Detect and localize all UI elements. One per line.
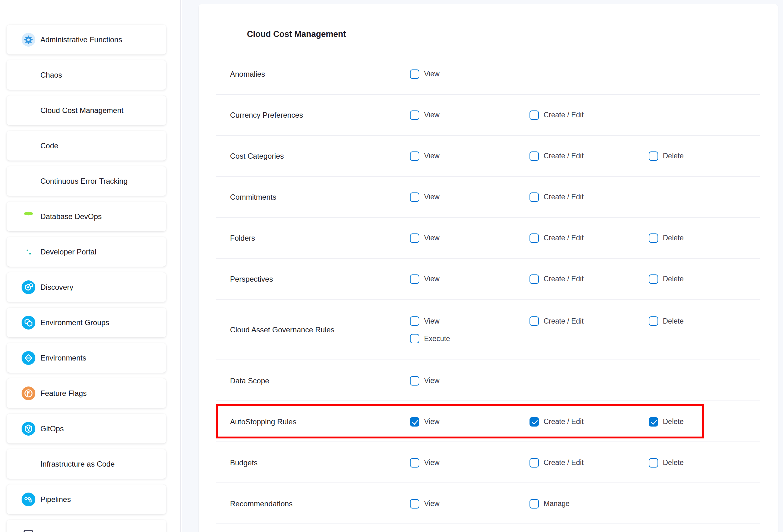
permissions-table: Anomalies View Currency Preferences View… xyxy=(199,54,778,524)
sidebar-item-chaos[interactable]: Chaos xyxy=(7,60,166,90)
panel-header: Cloud Cost Management xyxy=(199,4,778,54)
create-edit-checkbox[interactable] xyxy=(530,417,539,427)
permission-label: Delete xyxy=(663,234,684,242)
cloud-dollar-icon xyxy=(22,103,35,117)
view-checkbox[interactable] xyxy=(410,376,419,385)
delete-checkbox[interactable] xyxy=(649,152,658,161)
permission-cell: Delete xyxy=(649,152,778,161)
permission-cell: Delete xyxy=(649,316,778,326)
delete-checkbox[interactable] xyxy=(649,417,658,427)
permission-label: View xyxy=(424,417,439,426)
sidebar-item-code[interactable]: Code xyxy=(7,131,166,160)
resource-label: Cost Categories xyxy=(230,152,410,160)
view-checkbox[interactable] xyxy=(410,499,419,508)
sidebar-item-label: Continuous Error Tracking xyxy=(40,177,128,186)
permission-row-cost-categories: Cost Categories View Create / Edit Delet… xyxy=(199,135,778,177)
create-edit-checkbox[interactable] xyxy=(530,316,539,326)
sidebar-item-label: Infrastructure as Code xyxy=(40,460,115,468)
chaos-icon xyxy=(22,68,35,82)
sidebar-item-infrastructure-as-code[interactable]: Infrastructure as Code xyxy=(7,449,166,479)
sidebar-item-label: Environments xyxy=(40,354,86,363)
sidebar-item-policies[interactable]: Policies xyxy=(7,520,166,532)
permission-cell: View xyxy=(410,111,530,120)
sidebar-item-feature-flags[interactable]: Feature Flags xyxy=(7,378,166,408)
view-checkbox[interactable] xyxy=(410,233,419,243)
sidebar-item-environments[interactable]: Environments xyxy=(7,343,166,373)
manage-checkbox[interactable] xyxy=(530,499,539,508)
create-edit-checkbox[interactable] xyxy=(530,152,539,161)
permission-label: Create / Edit xyxy=(543,317,584,325)
sidebar-item-database-devops[interactable]: Database DevOps xyxy=(7,201,166,231)
view-checkbox[interactable] xyxy=(410,111,419,120)
resource-label: Folders xyxy=(230,234,410,243)
view-checkbox[interactable] xyxy=(410,417,419,427)
permission-cell: Execute xyxy=(410,334,530,343)
permission-label: View xyxy=(424,499,439,508)
view-checkbox[interactable] xyxy=(410,458,419,468)
create-edit-checkbox[interactable] xyxy=(530,192,539,202)
sidebar-item-environment-groups[interactable]: Environment Groups xyxy=(7,308,166,337)
policies-icon xyxy=(22,528,35,532)
resource-label: Cloud Asset Governance Rules xyxy=(230,325,410,334)
view-checkbox[interactable] xyxy=(410,192,419,202)
permission-cell: Create / Edit xyxy=(530,192,649,202)
permission-row-folders: Folders View Create / Edit Delete xyxy=(199,218,778,258)
permission-cell: View xyxy=(410,275,530,284)
sidebar-item-discovery[interactable]: Discovery xyxy=(7,272,166,302)
permission-cell: View xyxy=(410,499,530,508)
permission-cell: Create / Edit xyxy=(530,152,649,161)
resource-label: Perspectives xyxy=(230,275,410,284)
main-area: Cloud Cost Management Anomalies View Cur… xyxy=(182,0,783,532)
permission-cell: Create / Edit xyxy=(530,111,649,120)
permissions-screen: { "colors":{ "primary_blue":"#0278d5", "… xyxy=(0,0,783,532)
permission-row-commitments: Commitments View Create / Edit xyxy=(199,177,778,218)
sidebar-item-gitops[interactable]: GitOps xyxy=(7,414,166,443)
discovery-icon xyxy=(22,280,35,294)
permission-cell: Delete xyxy=(649,458,778,468)
permission-label: View xyxy=(424,376,439,385)
permission-row-cloud-asset-governance-rules: Cloud Asset Governance Rules View Create… xyxy=(199,300,778,360)
sidebar-item-label: Pipelines xyxy=(40,495,71,504)
modules-sidebar: Administrative Functions Chaos Cloud Cos… xyxy=(0,0,181,532)
sidebar-item-administrative-functions[interactable]: Administrative Functions xyxy=(7,25,166,55)
create-edit-checkbox[interactable] xyxy=(530,111,539,120)
permission-cell: Delete xyxy=(649,417,778,427)
sidebar-item-label: Developer Portal xyxy=(40,248,96,256)
view-checkbox[interactable] xyxy=(410,69,419,79)
permission-cell: View xyxy=(410,233,530,243)
pipelines-icon xyxy=(22,493,35,506)
sidebar-item-label: Cloud Cost Management xyxy=(40,106,123,115)
permission-row-budgets: Budgets View Create / Edit Delete xyxy=(199,442,778,483)
view-checkbox[interactable] xyxy=(410,316,419,326)
sidebar-item-continuous-error-tracking[interactable]: Continuous Error Tracking xyxy=(7,166,166,196)
permission-label: View xyxy=(424,152,439,160)
sidebar-item-label: Feature Flags xyxy=(40,389,87,398)
view-checkbox[interactable] xyxy=(410,275,419,284)
create-edit-checkbox[interactable] xyxy=(530,233,539,243)
panel-title: Cloud Cost Management xyxy=(247,29,346,39)
sidebar-item-pipelines[interactable]: Pipelines xyxy=(7,484,166,514)
permission-label: Execute xyxy=(424,335,450,343)
delete-checkbox[interactable] xyxy=(649,458,658,468)
create-edit-checkbox[interactable] xyxy=(530,458,539,468)
create-edit-checkbox[interactable] xyxy=(530,275,539,284)
execute-checkbox[interactable] xyxy=(410,334,419,343)
permission-label: Create / Edit xyxy=(543,275,584,283)
permission-label: View xyxy=(424,317,439,325)
resource-label: Budgets xyxy=(230,459,410,467)
cloud-cost-management-panel: Cloud Cost Management Anomalies View Cur… xyxy=(199,4,778,532)
resource-label: Recommendations xyxy=(230,499,410,508)
delete-checkbox[interactable] xyxy=(649,233,658,243)
code-icon xyxy=(22,139,35,153)
delete-checkbox[interactable] xyxy=(649,316,658,326)
iac-icon xyxy=(22,457,35,471)
resource-label: Commitments xyxy=(230,193,410,201)
permission-label: Manage xyxy=(543,499,570,508)
sidebar-item-developer-portal[interactable]: Developer Portal xyxy=(7,237,166,267)
sidebar-item-cloud-cost-management[interactable]: Cloud Cost Management xyxy=(7,95,166,125)
database-icon xyxy=(22,210,35,223)
sidebar-item-label: Administrative Functions xyxy=(40,35,122,44)
view-checkbox[interactable] xyxy=(410,152,419,161)
permission-label: View xyxy=(424,275,439,283)
delete-checkbox[interactable] xyxy=(649,275,658,284)
